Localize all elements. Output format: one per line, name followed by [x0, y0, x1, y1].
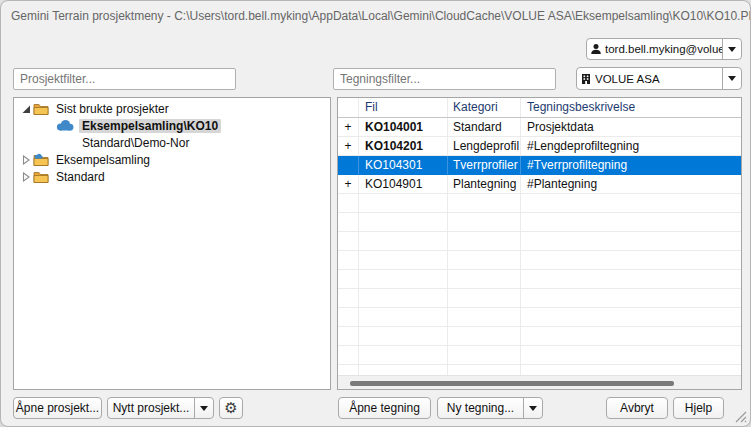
new-project-label: Nytt prosjekt... [108, 401, 194, 415]
tree-collapsed-icon[interactable] [20, 172, 32, 182]
expand-cell[interactable]: + [338, 137, 359, 156]
fil-cell [359, 270, 448, 289]
drawing-table[interactable]: Fil Kategori Tegningsbeskrivelse +KO1040… [337, 97, 742, 390]
horizontal-scrollbar-thumb[interactable] [350, 381, 674, 386]
fil-cell [359, 194, 448, 213]
tree-item-standard-demo-nor[interactable]: Standard\Demo-Nor [14, 134, 330, 151]
gear-icon: ⚙ [224, 399, 237, 417]
column-header-expand[interactable] [338, 98, 359, 117]
kategori-cell[interactable]: Lengdeprofil [448, 137, 521, 156]
resize-grip[interactable] [735, 411, 747, 423]
expand-cell [338, 289, 359, 308]
folder-cloud-icon [32, 153, 50, 166]
kategori-cell[interactable]: Tverrprofiler [448, 156, 521, 175]
fil-cell [359, 251, 448, 270]
table-row-ko104201[interactable]: +KO104201Lengdeprofil#Lengdeprofiltegnin… [338, 137, 741, 156]
project-filter-input[interactable] [13, 68, 236, 90]
fil-cell[interactable]: KO104001 [359, 118, 448, 137]
tree-item-eksempelsamling[interactable]: Eksempelsamling [14, 151, 330, 168]
open-project-label: Åpne prosjekt... [16, 401, 99, 415]
window-title: Gemini Terrain prosjektmeny - C:\Users\t… [1, 1, 750, 31]
fil-cell[interactable]: KO104201 [359, 137, 448, 156]
expand-cell [338, 308, 359, 327]
kategori-cell [448, 327, 521, 346]
open-drawing-button[interactable]: Åpne tegning [338, 397, 431, 419]
table-row-ko104301[interactable]: KO104301Tverrprofiler#Tverrprofiltegning [338, 156, 741, 175]
project-tree[interactable]: Sist brukte prosjekterEksempelsamling\KO… [13, 97, 331, 390]
tree-item-label: Standard\Demo-Nor [79, 136, 192, 150]
drawing-table-body: +KO104001StandardProsjektdata+KO104201Le… [338, 118, 741, 384]
kategori-cell [448, 346, 521, 365]
fil-cell[interactable]: KO104301 [359, 156, 448, 175]
tree-collapsed-icon[interactable] [20, 155, 32, 165]
organization-label: VOLUE ASA [595, 73, 722, 85]
fil-cell [359, 232, 448, 251]
fil-cell [359, 213, 448, 232]
folder-icon [32, 102, 50, 115]
caret-down-icon [728, 76, 736, 81]
beskrivelse-cell[interactable]: #Lengdeprofiltegning [521, 137, 741, 156]
expand-cell [338, 251, 359, 270]
beskrivelse-cell [521, 251, 741, 270]
open-project-button[interactable]: Åpne prosjekt... [13, 397, 102, 419]
expand-cell[interactable] [338, 156, 359, 175]
beskrivelse-cell [521, 194, 741, 213]
beskrivelse-cell[interactable]: #Plantegning [521, 175, 741, 194]
cancel-button[interactable]: Avbryt [606, 397, 668, 419]
column-header-beskrivelse[interactable]: Tegningsbeskrivelse [521, 98, 741, 117]
kategori-cell [448, 251, 521, 270]
expand-cell[interactable]: + [338, 118, 359, 137]
expand-cell [338, 213, 359, 232]
expand-cell [338, 327, 359, 346]
tree-item-sist-brukte-prosjekter[interactable]: Sist brukte prosjekter [14, 100, 330, 117]
fil-cell [359, 289, 448, 308]
user-email-label: tord.bell.myking@volue.co [605, 43, 722, 55]
project-menu-dialog: Gemini Terrain prosjektmeny - C:\Users\t… [0, 0, 751, 427]
beskrivelse-cell [521, 213, 741, 232]
kategori-cell [448, 308, 521, 327]
cloud-icon [54, 119, 76, 132]
drawing-filter-input[interactable] [333, 68, 556, 90]
column-header-fil[interactable]: Fil [359, 98, 448, 117]
expand-cell[interactable]: + [338, 175, 359, 194]
kategori-cell[interactable]: Standard [448, 118, 521, 137]
kategori-cell[interactable]: Plantegning [448, 175, 521, 194]
horizontal-scrollbar[interactable] [338, 375, 741, 389]
beskrivelse-cell [521, 232, 741, 251]
tree-item-label: Eksempelsamling\KO10 [79, 119, 221, 133]
drawing-table-header: Fil Kategori Tegningsbeskrivelse [338, 98, 741, 118]
tree-item-label: Sist brukte prosjekter [53, 102, 172, 116]
kategori-cell [448, 270, 521, 289]
table-empty-row [338, 289, 741, 308]
tree-item-label: Eksempelsamling [53, 153, 153, 167]
user-dropdown-arrow[interactable] [722, 39, 741, 59]
organization-dropdown-arrow[interactable] [722, 68, 741, 89]
column-header-kategori[interactable]: Kategori [448, 98, 521, 117]
tree-item-eksempelsamling-ko10[interactable]: Eksempelsamling\KO10 [14, 117, 330, 134]
new-project-split-button[interactable]: Nytt prosjekt... [107, 397, 214, 419]
table-empty-row [338, 270, 741, 289]
beskrivelse-cell[interactable]: #Tverrprofiltegning [521, 156, 741, 175]
table-row-ko104901[interactable]: +KO104901Plantegning#Plantegning [338, 175, 741, 194]
fil-cell[interactable]: KO104901 [359, 175, 448, 194]
expand-cell [338, 346, 359, 365]
organization-dropdown[interactable]: VOLUE ASA [576, 67, 742, 90]
fil-cell [359, 308, 448, 327]
tree-item-label: Standard [53, 170, 108, 184]
beskrivelse-cell[interactable]: Prosjektdata [521, 118, 741, 137]
help-button[interactable]: Hjelp [673, 397, 724, 419]
tree-item-standard[interactable]: Standard [14, 168, 330, 185]
beskrivelse-cell [521, 327, 741, 346]
table-row-ko104001[interactable]: +KO104001StandardProsjektdata [338, 118, 741, 137]
kategori-cell [448, 213, 521, 232]
table-empty-row [338, 327, 741, 346]
building-icon [577, 73, 595, 85]
new-project-dropdown-arrow[interactable] [194, 398, 213, 418]
help-label: Hjelp [685, 401, 712, 415]
new-drawing-split-button[interactable]: Ny tegning... [437, 397, 543, 419]
tree-expanded-icon[interactable] [20, 104, 32, 114]
beskrivelse-cell [521, 346, 741, 365]
new-drawing-dropdown-arrow[interactable] [523, 398, 542, 418]
settings-button[interactable]: ⚙ [219, 397, 243, 419]
user-account-dropdown[interactable]: tord.bell.myking@volue.co [586, 38, 742, 60]
